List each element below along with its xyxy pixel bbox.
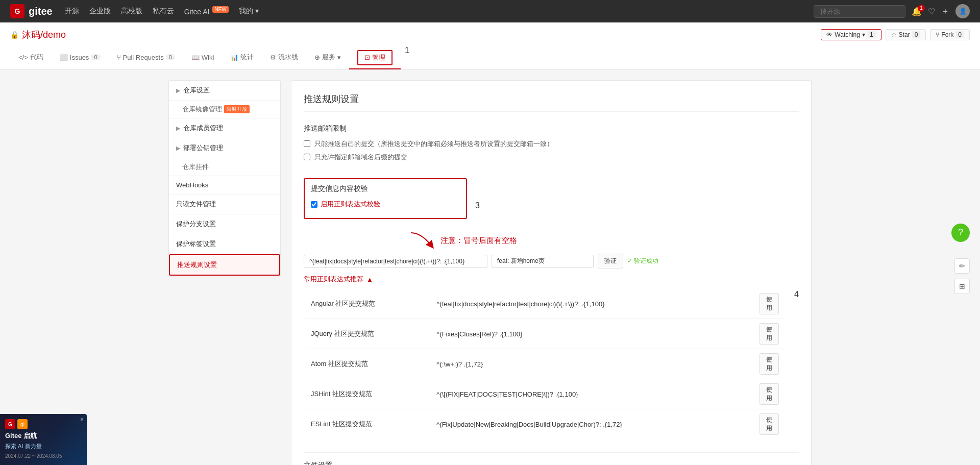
table-row: ESLint 社区提交规范 ^(Fix|Update|New|Breaking|… [304,409,786,440]
use-button-3[interactable]: 使用 [760,383,779,405]
ad-date: 2024.07.22 ~ 2024.08.05 [5,453,82,459]
panel-title: 推送规则设置 [304,93,799,112]
repo-title-row: 🔒 沐码/demo 👁 Watching ▾ 1 ☆ Star 0 ⑂ Fork… [10,29,970,46]
issues-icon: ⬜ [60,54,68,61]
repo-title: 🔒 沐码/demo [10,29,66,41]
nav-gitee-ai[interactable]: Gitee AI NEW [184,7,229,16]
services-icon: ⊕ [314,54,320,61]
user-avatar[interactable]: 👤 [955,4,970,18]
regex-name-0: Angular 社区提交规范 [304,288,430,319]
use-button-1[interactable]: 使用 [760,323,779,345]
gitee-g-icon: G [10,4,24,18]
issues-count: 0 [91,54,100,60]
watch-button[interactable]: 👁 Watching ▾ 1 [821,29,881,40]
enable-regex-label: 启用正则表达式校验 [321,200,380,209]
regex-rec-title: 常用正则表达式推荐 [304,275,363,284]
annotation-text: 注意：冒号后面有空格 [440,236,517,246]
sidebar-item-protected-branch[interactable]: 保护分支设置 [169,214,280,234]
repo-tabs: </> 代码 ⬜ Issues 0 ⑂ Pull Requests 0 📖 Wi… [10,46,970,69]
nav-opensource[interactable]: 开源 [65,7,79,16]
regex-pattern-1: ^(Fixes|Closes|Ref)? .{1,100} [430,319,753,349]
tab-pipeline[interactable]: ⚙ 流水线 [262,46,306,69]
sidebar-item-webhooks[interactable]: WebHooks [169,176,280,194]
test-input[interactable] [492,255,594,268]
sidebar-item-widget[interactable]: 仓库挂件 [169,158,280,176]
nav-enterprise[interactable]: 企业版 [89,7,111,16]
regex-name-1: JQuery 社区提交规范 [304,319,430,349]
sidebar-item-mirror[interactable]: 仓库镜像管理 限时开放 [169,101,280,118]
validate-success: ✓ 验证成功 [627,257,658,265]
regex-input[interactable] [304,255,487,268]
regex-name-4: ESLint 社区提交规范 [304,409,430,440]
sidebar-item-deploy-keys[interactable]: ▶ 部署公钥管理 [169,138,280,158]
label-1: 1 [405,46,409,69]
email-check2[interactable] [304,154,310,160]
sidebar-item-push-rules[interactable]: 推送规则设置 [169,254,280,276]
nav-right: 🔔 1 ♡ ＋ 👤 [814,4,970,18]
repo-path[interactable]: 沐码/demo [22,29,66,41]
sidebar-item-members[interactable]: ▶ 仓库成员管理 [169,118,280,138]
tab-services[interactable]: ⊕ 服务 ▾ [306,46,349,69]
regex-table: Angular 社区提交规范 ^(feat|fix|docs|style|ref… [304,288,786,440]
plus-icon[interactable]: ＋ [941,6,949,17]
brand-logo[interactable]: G gitee [10,4,53,18]
regex-use-cell-4: 使用 [753,409,786,440]
email-check2-row: 只允许指定邮箱域名后缀的提交 [304,153,799,162]
email-section-title: 推送邮箱限制 [304,124,799,133]
search-input[interactable] [814,5,905,18]
brand-name: gitee [29,6,53,17]
nav-university[interactable]: 高校版 [121,7,142,16]
sidebar-section: ▶ 仓库设置 仓库镜像管理 限时开放 ▶ 仓库成员管理 ▶ 部署公钥管理 仓库挂… [168,80,281,276]
regex-pattern-0: ^(feat|fix|docs|style|refactor|test|chor… [430,288,753,319]
file-settings-section: 文件设置 限制单文件大小（单位 MB） [304,452,799,465]
fork-button[interactable]: ⑂ Fork 0 [930,29,970,40]
arrow-svg [406,230,436,251]
main-content: ▶ 仓库设置 仓库镜像管理 限时开放 ▶ 仓库成员管理 ▶ 部署公钥管理 仓库挂… [158,70,822,465]
ad-logos: G gi [5,419,82,429]
email-section: 推送邮箱限制 只能推送自己的提交（所推送提交中的邮箱必须与推送者所设置的提交邮箱… [304,124,799,162]
star-button[interactable]: ☆ Star 0 [886,29,926,40]
nav-private-cloud[interactable]: 私有云 [153,7,174,16]
use-button-0[interactable]: 使用 [760,293,779,314]
tab-issues[interactable]: ⬜ Issues 0 [52,46,109,69]
email-check1[interactable] [304,140,310,147]
edit-floating-button[interactable]: ✏ [954,258,970,274]
tab-wiki[interactable]: 📖 Wiki [183,46,223,69]
nav-my[interactable]: 我的 ▾ [239,7,259,16]
validate-button[interactable]: 验证 [598,254,623,268]
heart-icon[interactable]: ♡ [928,7,935,16]
arrow-icon-2: ▶ [176,125,180,132]
sidebar-item-repo-settings[interactable]: ▶ 仓库设置 [169,81,280,101]
table-row: JQuery 社区提交规范 ^(Fixes|Closes|Ref)? .{1,1… [304,319,786,349]
nav-links: 开源 企业版 高校版 私有云 Gitee AI NEW 我的 ▾ [65,7,259,16]
regex-rec-header[interactable]: 常用正则表达式推荐 ▲ [304,275,799,284]
label-4: 4 [794,290,799,299]
ad-logo-gitee: G [5,419,15,429]
sidebar-item-protected-tag[interactable]: 保护标签设置 [169,234,280,254]
manage-tab-box: ⊡ 管理 [357,50,393,65]
regex-rec-section: 常用正则表达式推荐 ▲ Angular 社区提交规范 ^(feat|fix|do… [304,275,799,440]
enable-regex-check[interactable] [311,201,317,208]
ad-banner: × G gi Gitee 启航 探索 AI 新力量 2024.07.22 ~ 2… [0,414,87,465]
tab-manage[interactable]: ⊡ 管理 [349,46,401,69]
notification-icon[interactable]: 🔔 1 [912,7,922,16]
pipeline-icon: ⚙ [270,54,276,61]
use-button-4[interactable]: 使用 [760,413,779,435]
tab-stats[interactable]: 📊 统计 [222,46,262,69]
sidebar-item-readonly[interactable]: 只读文件管理 [169,194,280,214]
enable-regex-row: 启用正则表达式校验 [311,200,460,209]
tab-pullrequests[interactable]: ⑂ Pull Requests 0 [109,46,183,69]
annotation-row: 注意：冒号后面有空格 [304,230,799,251]
table-row: Angular 社区提交规范 ^(feat|fix|docs|style|ref… [304,288,786,319]
use-button-2[interactable]: 使用 [760,353,779,375]
email-check2-label: 只允许指定邮箱域名后缀的提交 [314,153,407,162]
wiki-icon: 📖 [191,54,200,61]
ad-close-button[interactable]: × [80,416,84,423]
expand-floating-button[interactable]: ⊞ [954,279,970,294]
regex-use-cell-0: 使用 [753,288,786,319]
watch-count: 1 [867,31,876,38]
tab-code[interactable]: </> 代码 [10,46,52,69]
regex-pattern-3: ^(\[(FIX|FEAT|DOCS|TEST|CHORE)\])? .{1,1… [430,379,753,409]
collapse-icon: ▲ [366,276,373,283]
help-button[interactable]: ? [951,224,970,242]
